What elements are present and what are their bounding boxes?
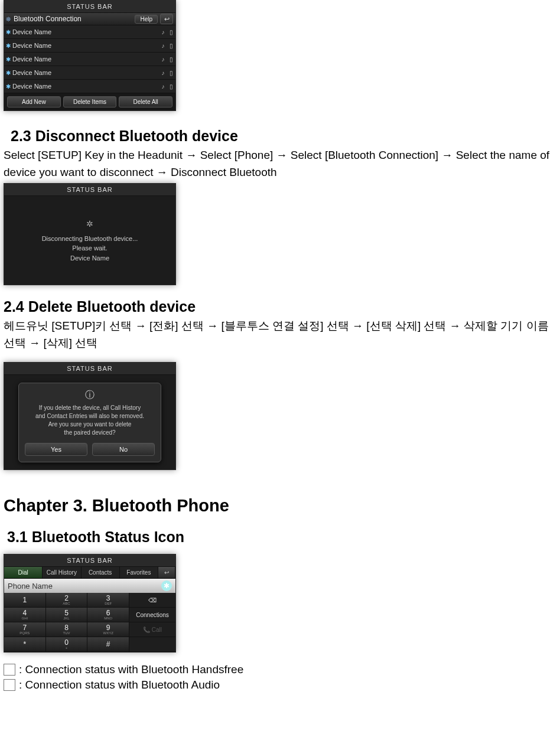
- key-star[interactable]: *: [4, 637, 46, 651]
- phone-icon: ▯: [167, 70, 175, 76]
- titlebar: ❊ Bluetooth Connection Help ↩: [4, 13, 175, 25]
- tab-row: Dial Call History Contacts Favorites ↩: [4, 567, 175, 579]
- bluetooth-logo-icon: ✱: [161, 580, 172, 591]
- device-name: Device Name: [12, 28, 159, 35]
- legend-handsfree-text: : Connection status with Bluetooth Hands…: [19, 663, 243, 676]
- screenshot-bt-connection-list: STATUS BAR ❊ Bluetooth Connection Help ↩…: [4, 0, 176, 111]
- heading-chapter-3: Chapter 3. Bluetooth Phone: [4, 496, 556, 516]
- status-icon-placeholder: [4, 664, 15, 676]
- screenshot-delete-dialog: STATUS BAR ⓘ If you delete the device, a…: [4, 362, 176, 470]
- status-bar: STATUS BAR: [4, 1, 175, 13]
- device-name: Device Name: [12, 42, 159, 49]
- music-icon: ♪: [159, 43, 167, 49]
- key-2[interactable]: 2ABC: [46, 593, 88, 607]
- music-icon: ♪: [159, 29, 167, 35]
- bottom-button-row: Add New Delete Items Delete All: [4, 93, 175, 110]
- screen-title: Bluetooth Connection: [12, 15, 135, 23]
- heading-3-1: 3.1 Bluetooth Status Icon: [7, 529, 556, 546]
- back-button[interactable]: ↩: [160, 14, 173, 24]
- music-icon: ♪: [159, 56, 167, 63]
- device-name: Device Name: [12, 69, 159, 76]
- legend-audio: : Connection status with Bluetooth Audio: [4, 678, 556, 691]
- bluetooth-icon: ✱: [4, 29, 12, 35]
- disc-line1: Disconnecting Bluetooth device...: [42, 234, 138, 244]
- screenshot-dial-pad: STATUS BAR Dial Call History Contacts Fa…: [4, 554, 176, 653]
- no-button[interactable]: No: [92, 443, 155, 456]
- bluetooth-icon: ✱: [4, 70, 12, 76]
- tab-favorites[interactable]: Favorites: [120, 567, 158, 578]
- key-9[interactable]: 9WXYZ: [87, 622, 129, 637]
- delete-items-button[interactable]: Delete Items: [63, 96, 117, 107]
- status-bar: STATUS BAR: [4, 184, 175, 196]
- screenshot-disconnecting: STATUS BAR ✲ Disconnecting Bluetooth dev…: [4, 183, 176, 285]
- legend-audio-text: : Connection status with Bluetooth Audio: [19, 678, 220, 691]
- tab-dial[interactable]: Dial: [4, 567, 43, 578]
- dialog-msg-1: If you delete the device, all Call Histo…: [25, 404, 155, 412]
- phone-icon: ▯: [167, 56, 175, 63]
- bluetooth-icon: ✱: [4, 83, 12, 90]
- music-icon: ♪: [159, 70, 167, 76]
- confirm-dialog: ⓘ If you delete the device, all Call His…: [18, 383, 161, 462]
- tab-call-history[interactable]: Call History: [43, 567, 81, 578]
- help-button[interactable]: Help: [135, 15, 158, 24]
- phone-icon: ▯: [167, 83, 175, 90]
- key-6[interactable]: 6MNO: [87, 608, 129, 622]
- key-7[interactable]: 7PQRS: [4, 622, 46, 637]
- bluetooth-icon: ✱: [4, 56, 12, 63]
- spinner-icon: ✲: [42, 218, 138, 230]
- dialog-msg-3: Are you sure you want to delete: [25, 420, 155, 429]
- bluetooth-icon: ❊: [4, 16, 12, 22]
- back-button[interactable]: ↩: [158, 567, 175, 578]
- key-4[interactable]: 4GHI: [4, 608, 46, 622]
- device-row[interactable]: ✱Device Name♪▯: [4, 66, 175, 80]
- disconnecting-body: ✲ Disconnecting Bluetooth device... Plea…: [4, 196, 175, 285]
- delete-dialog-body: ⓘ If you delete the device, all Call His…: [4, 375, 175, 469]
- device-row[interactable]: ✱Device Name♪▯: [4, 39, 175, 53]
- device-row[interactable]: ✱Device Name♪▯: [4, 80, 175, 93]
- add-new-button[interactable]: Add New: [7, 96, 61, 107]
- status-bar: STATUS BAR: [4, 554, 175, 567]
- paragraph-2-3: Select [SETUP] Key in the Headunit → Sel…: [4, 147, 556, 181]
- bluetooth-icon: ✱: [4, 43, 12, 49]
- disc-line2: Please wait.: [42, 243, 138, 253]
- phone-name-text: Phone Name: [8, 582, 53, 591]
- dialog-msg-2: and Contact Entries will also be removed…: [25, 412, 155, 420]
- key-1[interactable]: 1: [4, 593, 46, 607]
- legend-handsfree: : Connection status with Bluetooth Hands…: [4, 663, 556, 676]
- music-icon: ♪: [159, 83, 167, 90]
- question-icon: ⓘ: [25, 389, 155, 402]
- back-arrow-icon: ↩: [164, 15, 170, 23]
- device-row[interactable]: ✱Device Name♪▯: [4, 25, 175, 39]
- phone-icon: ▯: [167, 43, 175, 49]
- call-button[interactable]: 📞 Call: [129, 622, 175, 637]
- status-icon-placeholder: [4, 679, 15, 691]
- key-hash[interactable]: #: [87, 637, 129, 651]
- key-5[interactable]: 5JKL: [46, 608, 88, 622]
- disc-line3: Device Name: [42, 253, 138, 263]
- status-bar: STATUS BAR: [4, 363, 175, 375]
- heading-2-3: 2.3 Disconnect Bluetooth device: [11, 128, 556, 145]
- device-name: Device Name: [12, 56, 159, 63]
- paragraph-2-4: 헤드유닛 [SETUP]키 선택 → [전화] 선택 → [블루투스 연결 설정…: [4, 318, 556, 351]
- back-arrow-icon: ↩: [164, 569, 169, 576]
- call-button-continued[interactable]: [129, 637, 175, 651]
- key-3[interactable]: 3DEF: [87, 593, 129, 607]
- tab-contacts[interactable]: Contacts: [82, 567, 120, 578]
- delete-key[interactable]: ⌫: [129, 593, 175, 607]
- yes-button[interactable]: Yes: [25, 443, 87, 456]
- heading-2-4: 2.4 Delete Bluetooth device: [4, 298, 556, 315]
- phone-name-row: Phone Name ✱: [4, 579, 175, 593]
- key-0[interactable]: 0+: [46, 637, 88, 651]
- connections-button[interactable]: Connections: [129, 608, 175, 622]
- phone-icon: ▯: [167, 29, 175, 35]
- device-name: Device Name: [12, 83, 159, 90]
- device-row[interactable]: ✱Device Name♪▯: [4, 53, 175, 66]
- key-8[interactable]: 8TUV: [46, 622, 88, 637]
- dialog-msg-4: the paired deviced?: [25, 429, 155, 437]
- delete-all-button[interactable]: Delete All: [119, 96, 172, 107]
